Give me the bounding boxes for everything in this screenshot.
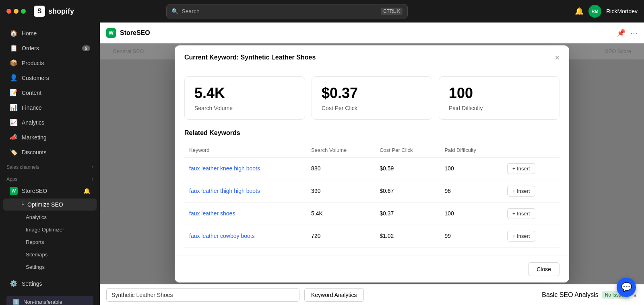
bell-icon[interactable]: 🔔 bbox=[575, 7, 584, 16]
sidebar-label-customers: Customers bbox=[22, 75, 49, 81]
keywords-table-header: Keyword Search Volume Cost Per Click Pai… bbox=[184, 143, 559, 158]
keywords-table-body: faux leather knee high boots 880 $0.59 1… bbox=[184, 157, 559, 247]
difficulty-cell-2: 100 bbox=[440, 202, 502, 225]
avatar[interactable]: RM bbox=[588, 5, 601, 18]
sales-channels-section: Sales channels › bbox=[0, 160, 100, 172]
sidebar-item-home[interactable]: 🏠 Home bbox=[3, 26, 97, 40]
non-transferable-item: ℹ️ Non-transferable bbox=[6, 296, 93, 305]
shopify-icon: S bbox=[34, 6, 45, 17]
search-bar[interactable]: 🔍 Search CTRL K bbox=[166, 4, 408, 18]
orders-icon: 📋 bbox=[10, 44, 18, 52]
optimize-seo-label: Optimize SEO bbox=[27, 201, 63, 208]
th-difficulty: Paid Difficulty bbox=[440, 143, 502, 158]
search-volume-card: 5.4K Search Volume bbox=[184, 76, 305, 120]
traffic-lights bbox=[6, 9, 26, 14]
sidebar-label-products: Products bbox=[22, 60, 44, 66]
sidebar-item-marketing[interactable]: 📣 Marketing bbox=[3, 130, 97, 144]
products-icon: 📦 bbox=[10, 59, 18, 67]
non-transferable-label: Non-transferable bbox=[23, 299, 62, 305]
reports-label: Reports bbox=[26, 239, 44, 245]
keyword-analytics-button[interactable]: Keyword Analytics bbox=[304, 288, 364, 302]
search-icon: 🔍 bbox=[171, 8, 178, 14]
sidebar-item-sitemaps[interactable]: Sitemaps bbox=[3, 249, 97, 260]
sitemaps-label: Sitemaps bbox=[26, 252, 47, 258]
keyword-cell-1: faux leather thigh high boots bbox=[184, 180, 306, 202]
modal-footer: Close bbox=[175, 256, 569, 282]
settings-sub-label: Settings bbox=[26, 264, 45, 270]
marketing-icon: 📣 bbox=[10, 133, 18, 141]
sidebar-item-customers[interactable]: 👤 Customers bbox=[3, 71, 97, 85]
topbar: S shopify 🔍 Search CTRL K 🔔 RM RickMortd… bbox=[0, 0, 644, 23]
sidebar-item-reports[interactable]: Reports bbox=[3, 236, 97, 248]
volume-cell-1: 390 bbox=[306, 180, 375, 202]
sidebar-item-content[interactable]: 📝 Content bbox=[3, 86, 97, 100]
info-icon: ℹ️ bbox=[13, 299, 19, 305]
keyword-cell-0: faux leather knee high boots bbox=[184, 157, 306, 180]
sidebar: 🏠 Home 📋 Orders 9 📦 Products 👤 Customers… bbox=[0, 23, 100, 305]
difficulty-cell-3: 99 bbox=[440, 225, 502, 247]
action-cell-1: + Insert bbox=[502, 180, 559, 202]
search-placeholder: Search bbox=[182, 8, 199, 14]
maximize-traffic-light[interactable] bbox=[21, 9, 26, 14]
main-content: General SEO SEO Score Current Keyword: S… bbox=[100, 43, 644, 284]
sidebar-item-settings[interactable]: ⚙️ Settings bbox=[3, 276, 97, 291]
sidebar-label-orders: Orders bbox=[22, 45, 39, 51]
sidebar-item-orders[interactable]: 📋 Orders 9 bbox=[3, 41, 97, 55]
sidebar-item-analytics-sub[interactable]: Analytics bbox=[3, 211, 97, 223]
insert-button-0[interactable]: + Insert bbox=[507, 163, 535, 174]
storeseo-bell-icon[interactable]: 🔔 bbox=[83, 188, 90, 194]
action-cell-3: + Insert bbox=[502, 225, 559, 247]
keyword-input[interactable] bbox=[106, 288, 299, 302]
sidebar-item-discounts[interactable]: 🏷️ Discounts bbox=[3, 145, 97, 159]
insert-button-2[interactable]: + Insert bbox=[507, 208, 535, 219]
sidebar-item-products[interactable]: 📦 Products bbox=[3, 56, 97, 70]
sidebar-item-settings-sub[interactable]: Settings bbox=[3, 261, 97, 273]
customers-icon: 👤 bbox=[10, 74, 18, 82]
sidebar-item-analytics[interactable]: 📈 Analytics bbox=[3, 115, 97, 129]
shopify-logo: S shopify bbox=[34, 6, 74, 17]
sales-channels-expand-icon[interactable]: › bbox=[92, 164, 93, 170]
keyword-cell-3: faux leather cowboy boots bbox=[184, 225, 306, 247]
cost-per-click-label: Cost Per Click bbox=[322, 105, 422, 111]
settings-label: Settings bbox=[22, 280, 42, 287]
th-cpc: Cost Per Click bbox=[375, 143, 440, 158]
home-icon: 🏠 bbox=[10, 29, 18, 37]
shopify-wordmark: shopify bbox=[48, 7, 74, 16]
main-layout: 🏠 Home 📋 Orders 9 📦 Products 👤 Customers… bbox=[0, 23, 644, 305]
cost-per-click-value: $0.37 bbox=[322, 85, 422, 102]
sidebar-label-content: Content bbox=[22, 90, 41, 96]
apps-label: Apps bbox=[6, 176, 17, 182]
sidebar-item-image-optimizer[interactable]: Image Optimizer bbox=[3, 224, 97, 235]
optimize-seo-tree-icon: └ bbox=[20, 201, 24, 208]
table-row: faux leather knee high boots 880 $0.59 1… bbox=[184, 157, 559, 180]
orders-badge: 9 bbox=[82, 45, 90, 51]
apps-expand-icon[interactable]: › bbox=[92, 176, 93, 182]
more-icon[interactable]: ⋯ bbox=[630, 29, 638, 37]
sidebar-label-marketing: Marketing bbox=[22, 134, 46, 141]
sales-channels-label: Sales channels bbox=[6, 164, 39, 170]
chat-bubble[interactable]: 💬 bbox=[617, 278, 636, 297]
app-header-title: StoreSEO bbox=[120, 29, 150, 37]
table-row: faux leather thigh high boots 390 $0.67 … bbox=[184, 180, 559, 202]
analytics-icon: 📈 bbox=[10, 119, 18, 126]
modal-overlay: Current Keyword: Synthetic Leather Shoes… bbox=[100, 43, 644, 284]
insert-button-1[interactable]: + Insert bbox=[507, 186, 535, 197]
sidebar-item-optimize-seo[interactable]: └ Optimize SEO bbox=[3, 199, 97, 211]
minimize-traffic-light[interactable] bbox=[14, 9, 19, 14]
sidebar-item-storeseo[interactable]: W StoreSEO 🔔 bbox=[3, 184, 97, 198]
close-button[interactable]: Close bbox=[528, 262, 559, 276]
apps-section: Apps › bbox=[0, 172, 100, 184]
keyword-cell-2: faux leather shoes bbox=[184, 202, 306, 225]
paid-difficulty-label: Paid Difficulty bbox=[449, 105, 549, 111]
paid-difficulty-value: 100 bbox=[449, 85, 549, 102]
pin-icon[interactable]: 📌 bbox=[617, 29, 625, 37]
content-icon: 📝 bbox=[10, 89, 18, 96]
finance-icon: 📊 bbox=[10, 104, 18, 111]
insert-button-3[interactable]: + Insert bbox=[507, 231, 535, 242]
sidebar-label-discounts: Discounts bbox=[22, 149, 46, 156]
sidebar-item-finance[interactable]: 📊 Finance bbox=[3, 100, 97, 115]
close-traffic-light[interactable] bbox=[6, 9, 11, 14]
basic-seo-label: Basic SEO Analysis bbox=[542, 291, 599, 299]
th-keyword: Keyword bbox=[184, 143, 306, 158]
modal-close-button[interactable]: × bbox=[555, 53, 559, 61]
